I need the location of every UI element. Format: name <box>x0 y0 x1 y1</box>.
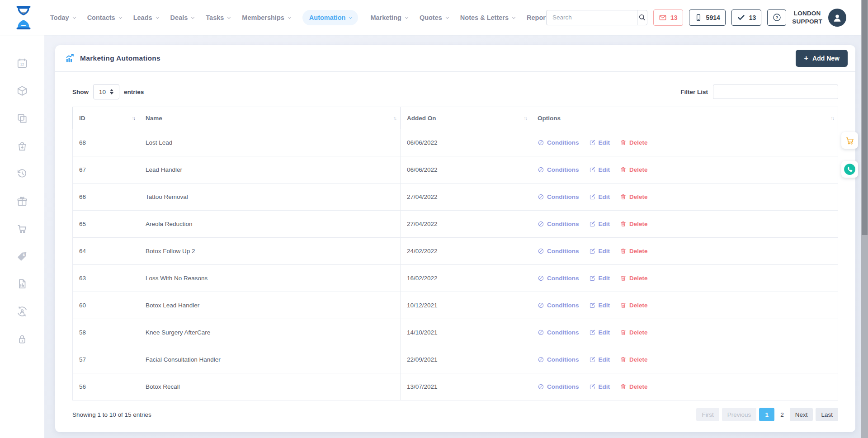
sidebar-item-pricing[interactable]: $ <box>16 250 28 262</box>
edit-link[interactable]: Edit <box>589 329 610 336</box>
chevron-down-icon <box>445 15 449 19</box>
sidebar-item-calendar[interactable]: 12 <box>16 57 28 69</box>
sidebar-item-account-sync[interactable] <box>16 306 28 317</box>
table-row: 66 Tattoo Removal 27/04/2022 Conditions … <box>73 184 838 211</box>
edit-link[interactable]: Edit <box>589 139 610 146</box>
nav-label: Deals <box>170 14 188 21</box>
nav-item-memberships[interactable]: Memberships <box>242 14 290 21</box>
conditions-link[interactable]: Conditions <box>538 248 579 254</box>
filter-input[interactable] <box>713 85 838 99</box>
calls-badge[interactable]: 5914 <box>689 9 726 26</box>
app-logo[interactable] <box>14 5 33 30</box>
edit-link[interactable]: Edit <box>589 248 610 254</box>
trash-icon <box>620 221 627 227</box>
conditions-link[interactable]: Conditions <box>538 221 579 227</box>
nav-item-leads[interactable]: Leads <box>133 14 158 21</box>
table-controls: Show 10 entries Filter List <box>72 84 838 99</box>
account-name: LONDON SUPPORT <box>792 9 822 25</box>
cell-added-on: 14/10/2021 <box>401 319 531 346</box>
edit-link[interactable]: Edit <box>589 383 610 390</box>
search-button[interactable] <box>637 10 647 25</box>
edit-link[interactable]: Edit <box>589 302 610 309</box>
page-length-select[interactable]: 10 <box>93 84 119 99</box>
nav-item-automation[interactable]: Automation <box>302 10 359 25</box>
conditions-link[interactable]: Conditions <box>538 139 579 146</box>
conditions-link[interactable]: Conditions <box>538 302 579 309</box>
pagination-first[interactable]: First <box>696 408 719 421</box>
checkmark-icon <box>737 13 745 22</box>
cell-added-on: 06/06/2022 <box>401 129 531 156</box>
sidebar-item-duplicate[interactable] <box>16 113 28 124</box>
delete-link[interactable]: Delete <box>620 329 648 336</box>
nav-label: Today <box>50 14 69 21</box>
column-header-added-on[interactable]: Added On↑↓ <box>401 107 531 129</box>
calls-count: 5914 <box>706 14 720 21</box>
conditions-link[interactable]: Conditions <box>538 275 579 282</box>
scrollbar-thumb[interactable] <box>862 0 868 235</box>
pagination-page-1[interactable]: 1 <box>759 408 774 421</box>
pagination-page-2[interactable]: 2 <box>777 408 787 421</box>
nav-item-contacts[interactable]: Contacts <box>87 14 121 21</box>
edit-link[interactable]: Edit <box>589 193 610 200</box>
floating-call-button[interactable] <box>841 161 858 178</box>
sidebar-item-cart[interactable] <box>16 223 28 235</box>
delete-link[interactable]: Delete <box>620 139 648 146</box>
nav-item-notes-letters[interactable]: Notes & Letters <box>460 14 514 21</box>
svg-text:12: 12 <box>20 62 24 66</box>
mail-notifications-badge[interactable]: 13 <box>653 9 683 26</box>
conditions-link[interactable]: Conditions <box>538 383 579 390</box>
nav-item-tasks[interactable]: Tasks <box>206 14 230 21</box>
edit-link[interactable]: Edit <box>589 275 610 282</box>
sidebar-item-gifts[interactable] <box>16 195 28 207</box>
vertical-scrollbar[interactable] <box>861 0 868 438</box>
tasks-badge[interactable]: 13 <box>731 9 762 26</box>
conditions-link[interactable]: Conditions <box>538 356 579 363</box>
sidebar-item-reports[interactable] <box>16 278 28 290</box>
delete-link[interactable]: Delete <box>620 275 648 282</box>
shopping-cart-icon <box>16 223 28 235</box>
pagination-last[interactable]: Last <box>816 408 838 421</box>
sidebar-item-security[interactable] <box>16 333 28 345</box>
left-icon-sidebar: 12 $ <box>0 35 44 438</box>
delete-link[interactable]: Delete <box>620 302 648 309</box>
entries-label: entries <box>124 89 144 95</box>
column-header-name[interactable]: Name↑↓ <box>139 107 401 129</box>
conditions-link[interactable]: Conditions <box>538 329 579 336</box>
edit-icon <box>589 356 596 363</box>
delete-link[interactable]: Delete <box>620 383 648 390</box>
column-header-options[interactable]: Options↑↓ <box>531 107 838 129</box>
edit-link[interactable]: Edit <box>589 356 610 363</box>
pagination-previous[interactable]: Previous <box>722 408 757 421</box>
nav-item-marketing[interactable]: Marketing <box>370 14 407 21</box>
pagination-next[interactable]: Next <box>790 408 813 421</box>
conditions-link[interactable]: Conditions <box>538 193 579 200</box>
chevron-down-icon <box>72 15 76 19</box>
nav-item-today[interactable]: Today <box>50 14 75 21</box>
delete-link[interactable]: Delete <box>620 221 648 227</box>
nav-label: Quotes <box>420 14 442 21</box>
delete-link[interactable]: Delete <box>620 166 648 173</box>
delete-link[interactable]: Delete <box>620 248 648 254</box>
conditions-link[interactable]: Conditions <box>538 166 579 173</box>
trash-icon <box>620 193 627 200</box>
slash-circle-icon <box>538 275 544 282</box>
column-header-id[interactable]: ID↑↓ <box>73 107 139 129</box>
sidebar-item-orders[interactable] <box>16 140 28 152</box>
nav-item-deals[interactable]: Deals <box>170 14 194 21</box>
nav-item-quotes[interactable]: Quotes <box>420 14 448 21</box>
floating-cart-button[interactable] <box>841 132 858 149</box>
sidebar-item-products[interactable] <box>16 85 28 97</box>
user-avatar[interactable] <box>828 9 846 27</box>
entries-summary: Showing 1 to 10 of 15 entries <box>72 411 151 418</box>
cell-id: 57 <box>73 346 139 373</box>
delete-link[interactable]: Delete <box>620 193 648 200</box>
add-new-button[interactable]: + Add New <box>796 50 848 67</box>
edit-link[interactable]: Edit <box>589 166 610 173</box>
cell-id: 60 <box>73 292 139 319</box>
edit-link[interactable]: Edit <box>589 221 610 227</box>
delete-link[interactable]: Delete <box>620 356 648 363</box>
search-input[interactable] <box>547 10 637 25</box>
help-button[interactable]: ? <box>767 9 786 26</box>
slash-circle-icon <box>538 383 544 390</box>
sidebar-item-history[interactable] <box>16 168 28 179</box>
